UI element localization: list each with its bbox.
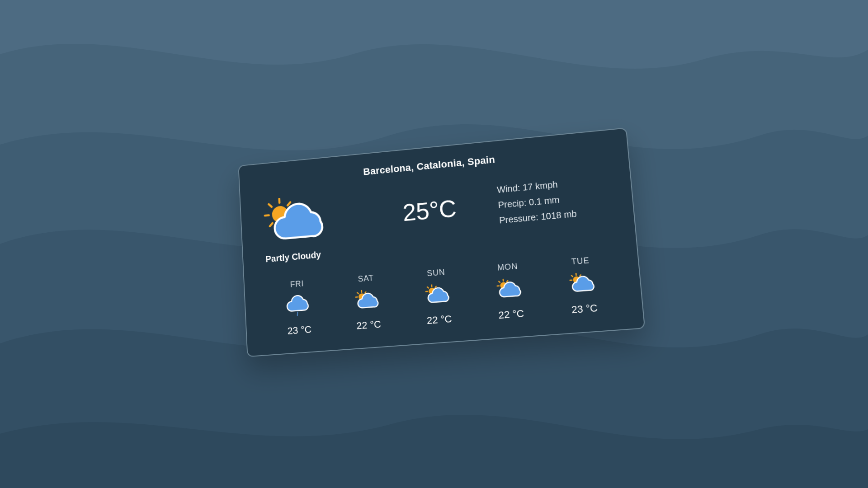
svg-line-16 bbox=[435, 286, 436, 288]
cloud-rain-icon bbox=[283, 294, 313, 319]
svg-line-3 bbox=[288, 202, 291, 206]
forecast-day[interactable]: TUE 23 °C bbox=[547, 254, 618, 318]
weather-card: Barcelona, Catalonia, Spain bbox=[238, 127, 645, 357]
svg-line-8 bbox=[297, 312, 298, 316]
forecast-day-temp: 23 °C bbox=[571, 302, 598, 316]
forecast-day-temp: 22 °C bbox=[426, 313, 452, 327]
current-temperature: 25°C bbox=[365, 178, 495, 230]
forecast-day[interactable]: SAT 22 °C bbox=[335, 272, 400, 333]
partly-cloudy-icon bbox=[566, 271, 599, 297]
forecast-day-label: MON bbox=[497, 262, 518, 273]
forecast-day-label: SUN bbox=[427, 267, 446, 278]
partly-cloudy-icon bbox=[262, 194, 329, 252]
forecast-day-label: SAT bbox=[358, 273, 374, 284]
forecast-day-label: TUE bbox=[571, 256, 590, 267]
partly-cloudy-icon bbox=[422, 283, 453, 309]
svg-line-28 bbox=[571, 276, 573, 277]
svg-line-23 bbox=[499, 282, 500, 283]
forecast-day-temp: 23 °C bbox=[287, 324, 311, 337]
svg-line-6 bbox=[269, 204, 271, 207]
svg-line-26 bbox=[580, 275, 581, 276]
partly-cloudy-icon bbox=[493, 277, 525, 303]
forecast-day[interactable]: SUN 22 °C bbox=[405, 266, 472, 328]
forecast-day-temp: 22 °C bbox=[498, 308, 524, 322]
svg-line-11 bbox=[365, 292, 366, 293]
svg-line-13 bbox=[357, 292, 359, 294]
forecast-day-label: FRI bbox=[290, 279, 304, 290]
partly-cloudy-icon bbox=[352, 288, 383, 314]
svg-line-5 bbox=[265, 215, 269, 216]
current-details: Wind: 17 kmph Precip: 0.1 mm Pressure: 1… bbox=[496, 168, 610, 228]
forecast-day[interactable]: MON 22 °C bbox=[475, 260, 544, 323]
forecast-day-temp: 22 °C bbox=[356, 319, 382, 332]
forecast-row: FRI 23 °C SAT bbox=[263, 253, 622, 338]
forecast-day[interactable]: FRI 23 °C bbox=[267, 277, 330, 338]
svg-line-7 bbox=[270, 223, 273, 226]
svg-line-21 bbox=[507, 281, 508, 282]
current-condition-block: Partly Cloudy bbox=[262, 190, 364, 264]
svg-line-18 bbox=[427, 287, 429, 288]
